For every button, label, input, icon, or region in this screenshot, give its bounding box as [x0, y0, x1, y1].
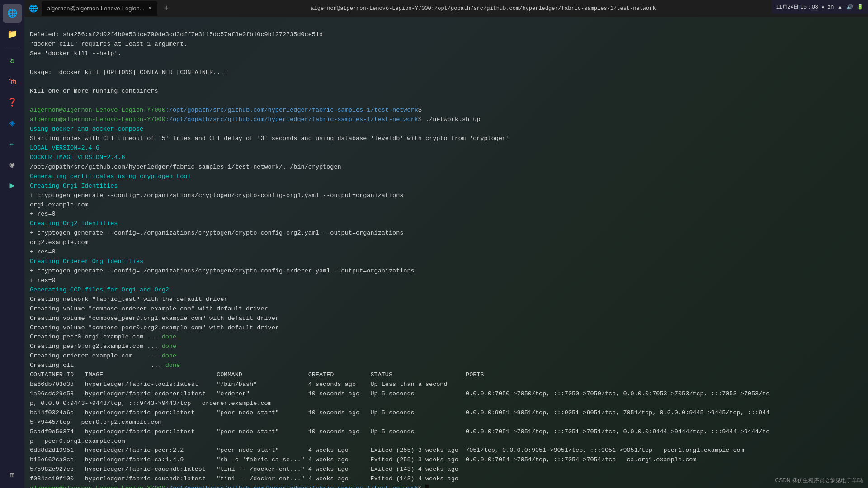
terminal-line: Creating Org1 Identities	[30, 183, 118, 189]
terminal-line: LOCAL_VERSION=2.4.6	[30, 145, 99, 151]
taskbar-item-terminal[interactable]: ▶	[3, 176, 22, 195]
terminal-line: DOCKER_IMAGE_VERSION=2.4.6	[30, 154, 125, 161]
volume-icon: 🔊	[846, 4, 853, 10]
system-tray: 11月24日 15：08 ● zh ▲ 🔊 🔋	[772, 0, 868, 14]
terminal-line: Creating Orderer Org Identities	[30, 258, 143, 265]
terminal-line: + res=0	[30, 211, 56, 217]
terminal-tab[interactable]: algernon@algernon-Lenovo-Legion... ×	[42, 1, 157, 16]
taskbar-divider	[4, 47, 20, 47]
terminal-table-row: 575982c927eb hyperledger/fabric-couchdb:…	[30, 466, 868, 473]
terminal-table-row: ba66db703d3d hyperledger/fabric-tools:la…	[30, 381, 868, 388]
terminal-table-row: p, 0.0.0.0:9443->9443/tcp, :::9443->9443…	[30, 400, 272, 407]
new-tab-button[interactable]: +	[160, 2, 173, 15]
taskbar-item-editor[interactable]: ✏	[3, 134, 22, 153]
titlebar-left: 🌐 algernon@algernon-Lenovo-Legion... × +	[24, 1, 173, 16]
terminal-table-row: 5->9445/tcp peer0.org2.example.com	[30, 419, 162, 426]
taskbar-item-help[interactable]: ❓	[3, 93, 22, 112]
terminal-line	[30, 79, 33, 85]
terminal-line: Creating network "fabric_test" with the …	[30, 296, 227, 303]
tab-close-icon[interactable]: ×	[148, 5, 152, 12]
system-lang: zh	[828, 4, 834, 10]
terminal-content[interactable]: Deleted: sha256:af2d02f4b0e53dce790de3cd…	[24, 17, 868, 488]
terminal-table-row: p peer0.org1.example.com	[30, 438, 125, 445]
taskbar: 🌐 📁 ♻ 🛍 ❓ ◈ ✏ ◉ ▶ ⊞	[0, 0, 24, 488]
terminal-line: Usage: docker kill [OPTIONS] CONTAINER […	[30, 69, 227, 76]
terminal-prompt-2: algernon@algernon-Lenovo-Legion-Y7000:/o…	[30, 116, 480, 123]
titlebar-edge-icon[interactable]: 🌐	[28, 3, 39, 14]
terminal-line: Creating peer0.org1.example.com ... done	[30, 333, 176, 340]
terminal-line: Creating volume "compose_orderer.example…	[30, 305, 268, 312]
taskbar-item-npm[interactable]: ◉	[3, 155, 22, 174]
terminal-line: Creating cli ... done	[30, 362, 180, 369]
terminal-line: org1.example.com	[30, 202, 89, 208]
terminal-line: Starting nodes with CLI timeout of '5' t…	[30, 135, 509, 142]
terminal-line: See 'docker kill --help'.	[30, 50, 122, 57]
tab-label: algernon@algernon-Lenovo-Legion...	[47, 5, 145, 12]
terminal-line: Using docker and docker-compose	[30, 126, 143, 132]
terminal-table-row: 1a06cdc29e58 hyperledger/fabric-orderer:…	[30, 390, 769, 397]
terminal-line: org2.example.com	[30, 239, 89, 246]
terminal-line	[30, 97, 33, 104]
titlebar: 🌐 algernon@algernon-Lenovo-Legion... × +…	[24, 0, 868, 17]
terminal-line: Kill one or more running containers	[30, 88, 158, 94]
terminal-line: + cryptogen generate --config=./organiza…	[30, 267, 415, 274]
system-date-time: 11月24日 15：08	[776, 3, 818, 11]
terminal-line: Generating certificates using cryptogen …	[30, 173, 191, 180]
system-indicator: ●	[821, 5, 824, 9]
terminal-table-row: b16e662ca8ce hyperledger/fabric-ca:1.4.9…	[30, 456, 696, 463]
terminal-table-row: f034ac10f100 hyperledger/fabric-couchdb:…	[30, 475, 868, 482]
terminal-line: + res=0	[30, 249, 56, 255]
taskbar-item-files[interactable]: 📁	[3, 24, 22, 43]
terminal-line: + res=0	[30, 277, 56, 284]
taskbar-item-recycle[interactable]: ♻	[3, 51, 22, 70]
terminal-line: + cryptogen generate --config=./organiza…	[30, 192, 403, 199]
terminal-line: Creating peer0.org2.example.com ... done	[30, 343, 176, 350]
terminal-line	[30, 60, 33, 66]
taskbar-item-vscode[interactable]: ◈	[3, 113, 22, 132]
terminal-line: "docker kill" requires at least 1 argume…	[30, 41, 187, 47]
watermark: CSDN @仿生程序员会梦见电子羊吗	[775, 477, 863, 484]
terminal-table-row: 6dd8d2d19951 hyperledger/fabric-peer:2.2…	[30, 447, 744, 454]
terminal-line: Generating CCP files for Org1 and Org2	[30, 286, 169, 293]
terminal-table-header: CONTAINER ID IMAGE COMMAND CREATED STATU…	[30, 371, 868, 378]
terminal-prompt-1: algernon@algernon-Lenovo-Legion-Y7000:/o…	[30, 107, 422, 113]
terminal-line: + cryptogen generate --config=./organiza…	[30, 230, 403, 236]
taskbar-item-edge[interactable]: 🌐	[3, 4, 22, 23]
taskbar-item-grid[interactable]: ⊞	[3, 465, 22, 484]
terminal-line: Creating orderer.example.com ... done	[30, 352, 176, 359]
terminal-prompt-final: algernon@algernon-Lenovo-Legion-Y7000:/o…	[30, 485, 429, 488]
terminal-line: Creating volume "compose_peer0.org2.exam…	[30, 324, 279, 331]
terminal-table-row: 5cadf9e56374 hyperledger/fabric-peer:lat…	[30, 428, 769, 435]
taskbar-item-store[interactable]: 🛍	[3, 72, 22, 91]
terminal-line: /opt/gopath/src/github.com/hyperledger/f…	[30, 164, 341, 170]
terminal-table-row: bc14f0324a6c hyperledger/fabric-peer:lat…	[30, 409, 769, 416]
terminal-line: Creating volume "compose_peer0.org1.exam…	[30, 315, 279, 322]
terminal-line: Deleted: sha256:af2d02f4b0e53dce790de3cd…	[30, 31, 323, 38]
battery-icon: 🔋	[857, 4, 863, 10]
titlebar-title: algernon@algernon-Lenovo-Legion-Y7000:/o…	[173, 5, 794, 12]
wifi-icon: ▲	[837, 4, 843, 10]
terminal-line: Creating Org2 Identities	[30, 220, 118, 227]
terminal-container: Deleted: sha256:af2d02f4b0e53dce790de3cd…	[24, 17, 868, 488]
